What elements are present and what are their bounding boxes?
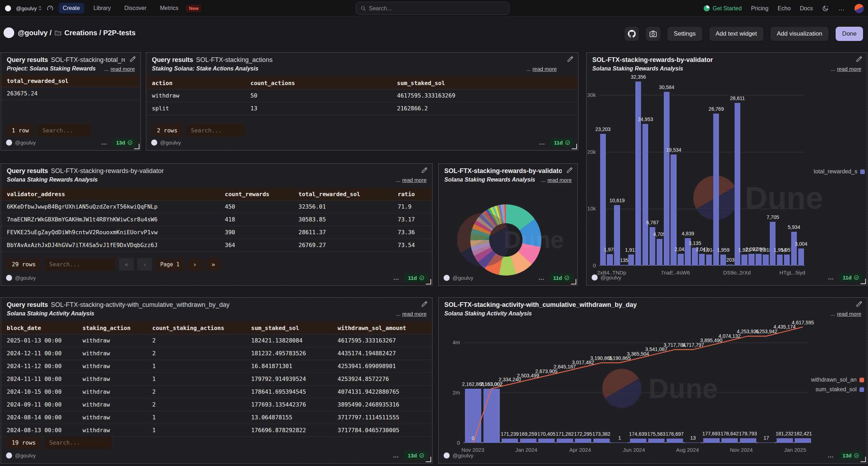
avatar[interactable] [4, 27, 14, 38]
edit-pencil-icon[interactable] [421, 167, 428, 173]
author-name[interactable]: @goulvy [600, 274, 621, 281]
table-row[interactable]: BbYAvAxAzhJxDJ4hGVw7iTX4Sa5vJ1fE9DxVDqbG… [1, 239, 432, 252]
widget-query-title[interactable]: SOL-FTX-stacking-total_rewards [51, 56, 125, 63]
refresh-age-badge[interactable]: 11d [839, 273, 863, 282]
dark-mode-moon-icon[interactable] [822, 5, 829, 12]
refresh-age-badge[interactable]: 11d [550, 138, 574, 147]
nav-item-library[interactable]: Library [89, 3, 115, 14]
bar[interactable] [798, 248, 804, 266]
edit-pencil-icon[interactable] [856, 300, 863, 307]
get-started-link[interactable]: Get Started [704, 5, 742, 12]
widget-menu-icon[interactable]: … [393, 274, 399, 282]
bar[interactable] [657, 239, 662, 266]
read-more-link[interactable]: ...read more [541, 177, 572, 183]
edit-pencil-icon[interactable] [566, 167, 573, 173]
legend-item[interactable]: total_rewarded_s [814, 168, 865, 175]
table-row[interactable]: split132162866.2 [146, 102, 578, 115]
bar[interactable] [748, 254, 754, 266]
nav-link-echo[interactable]: Echo [778, 5, 790, 12]
gauge-icon[interactable] [47, 5, 54, 12]
user-avatar[interactable] [854, 4, 864, 13]
edit-pencil-icon[interactable] [856, 56, 863, 62]
add-text-widget-button[interactable]: Add text widget [709, 27, 763, 41]
table-row[interactable]: 2024-08-14 00:00withdraw113.064878155371… [1, 411, 432, 424]
table-row[interactable]: 2025-01-13 00:00withdraw2182421.13828084… [1, 334, 432, 347]
bar[interactable] [741, 255, 747, 266]
table-search-input[interactable] [186, 124, 245, 137]
pagination-prev-button[interactable]: ‹ [137, 258, 152, 271]
table-search-input[interactable] [44, 258, 115, 271]
bar[interactable] [678, 254, 683, 266]
bar[interactable] [607, 254, 613, 266]
table-row[interactable]: 263675.24 [1, 87, 141, 100]
author-name[interactable]: @goulvy [160, 140, 181, 146]
bar[interactable] [791, 232, 797, 266]
bar[interactable] [642, 124, 648, 266]
nav-item-discover[interactable]: Discover [120, 3, 151, 14]
dune-logo[interactable] [5, 5, 11, 11]
table-row[interactable]: 2024-10-15 00:00withdraw2178641.69539454… [1, 386, 432, 398]
widget-query-title[interactable]: SOL-FTX-stacking_actions [196, 56, 272, 63]
widget-title[interactable]: SOL-FTX-stacking-rewards-by-validator [592, 56, 713, 63]
bar[interactable] [727, 265, 733, 266]
bar[interactable] [699, 254, 705, 266]
table-row[interactable]: FEVKE25uEgZayQdDiWh9cntwV2RouoxmKniEUorv… [1, 226, 432, 239]
bar[interactable] [777, 255, 783, 266]
bar[interactable] [628, 255, 634, 266]
author-name[interactable]: @goulvy [15, 275, 36, 281]
global-search[interactable] [356, 2, 509, 15]
edit-pencil-icon[interactable] [567, 56, 574, 62]
widget-query-title[interactable]: SOL-FTX-stacking-rewards-by-validator [51, 167, 164, 174]
table-search-input[interactable] [37, 124, 91, 137]
read-more-link[interactable]: ...read more [831, 66, 861, 72]
nav-item-create[interactable]: Create [59, 3, 84, 14]
edit-pencil-icon[interactable] [129, 56, 136, 62]
table-row[interactable]: 2024-09-11 00:00withdraw2177693.13544237… [1, 398, 432, 411]
widget-menu-icon[interactable]: … [101, 139, 107, 146]
author-name[interactable]: @goulvy [452, 452, 473, 459]
refresh-age-badge[interactable]: 13d [839, 451, 863, 460]
bar[interactable] [735, 103, 740, 266]
refresh-age-badge[interactable]: 13d [112, 138, 136, 147]
read-more-link[interactable]: ...read more [396, 311, 427, 317]
widget-menu-icon[interactable]: … [539, 139, 545, 146]
bar[interactable] [664, 92, 669, 266]
author-name[interactable]: @goulvy [15, 452, 36, 459]
widget-menu-icon[interactable]: … [827, 452, 834, 459]
pagination-last-button[interactable]: » [206, 258, 221, 271]
nav-link-pricing[interactable]: Pricing [751, 5, 768, 12]
search-input[interactable] [369, 5, 505, 12]
bar[interactable] [756, 254, 761, 266]
bar[interactable] [635, 82, 641, 266]
refresh-age-badge[interactable]: 11d [550, 273, 573, 282]
bar[interactable] [621, 265, 627, 266]
breadcrumb-path[interactable]: Creations / P2P-tests [64, 29, 136, 37]
widget-menu-icon[interactable]: … [393, 452, 399, 459]
author-name[interactable]: @goulvy [15, 140, 36, 146]
widget-query-title[interactable]: SOL-FTX-stacking-activity-with_cumulativ… [51, 301, 229, 308]
table-row[interactable]: 2024-08-13 00:00withdraw1176696.87829282… [1, 424, 432, 437]
pagination-first-button[interactable]: « [119, 258, 134, 271]
github-button[interactable] [625, 27, 639, 41]
more-menu-icon[interactable]: … [838, 5, 845, 12]
add-visualization-button[interactable]: Add visualization [771, 27, 829, 41]
bar[interactable] [720, 255, 726, 266]
bar[interactable] [600, 134, 606, 266]
table-row[interactable]: 2024-11-11 00:00withdraw1179792.91493952… [1, 373, 432, 386]
donut-chart[interactable] [470, 204, 541, 276]
refresh-age-badge[interactable]: 11d [404, 273, 428, 282]
breadcrumb-user[interactable]: @goulvy / [18, 29, 52, 37]
refresh-age-badge[interactable]: 13d [404, 451, 428, 460]
table-row[interactable]: 7naECNRZrWkGBXBmYGAKHmJW1t4R8YhKWiwCsr8u… [1, 213, 432, 226]
widget-menu-icon[interactable]: … [538, 274, 545, 282]
edit-pencil-icon[interactable] [421, 300, 428, 307]
widget-title[interactable]: SOL-FTX-stacking-rewards-by-validator [444, 167, 562, 174]
read-more-link[interactable]: ...read more [396, 177, 427, 183]
table-row[interactable]: 2024-12-11 00:00withdraw2181232.49578352… [1, 347, 432, 360]
nav-link-docs[interactable]: Docs [800, 5, 813, 12]
bar[interactable] [770, 222, 776, 266]
done-button[interactable]: Done [836, 27, 863, 41]
bar[interactable] [784, 255, 790, 266]
author-name[interactable]: @goulvy [452, 275, 473, 281]
table-row[interactable]: 6KKeDfbwJwwpB4BgrUXhiAN5uQzdZerxT56kwiQq… [1, 200, 432, 213]
